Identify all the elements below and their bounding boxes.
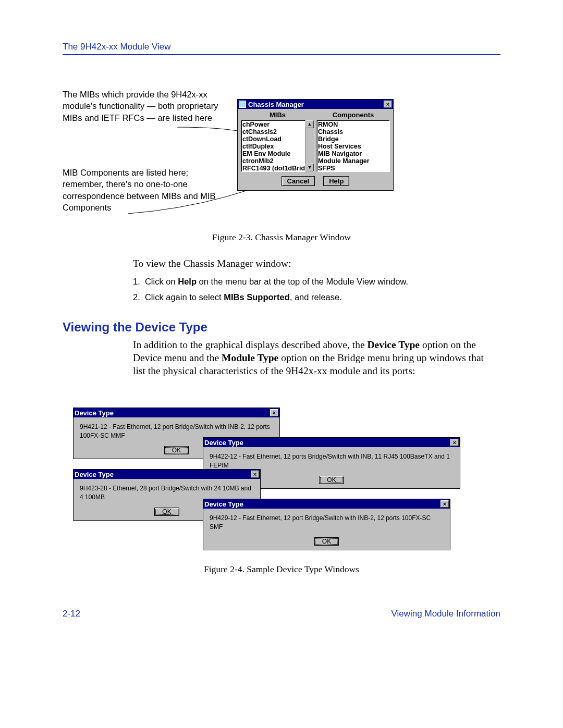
scroll-down-icon[interactable]: ▼: [305, 164, 314, 171]
figure-caption-2-4: Figure 2-4. Sample Device Type Windows: [63, 564, 500, 575]
list-item[interactable]: ctronMib2: [242, 157, 313, 165]
page-header: The 9H42x-xx Module View: [63, 42, 500, 55]
components-listbox[interactable]: RMON Chassis Bridge Host Services MIB Na…: [316, 120, 390, 172]
page-number: 2-12: [63, 609, 80, 619]
cancel-button[interactable]: Cancel: [282, 176, 315, 186]
close-icon[interactable]: ×: [440, 500, 449, 508]
ok-button[interactable]: OK: [319, 476, 344, 484]
mibs-listbox[interactable]: chPower ctChassis2 ctDownLoad ctIfDuplex…: [241, 120, 314, 172]
list-item[interactable]: ctDownLoad: [242, 135, 313, 143]
app-icon: [239, 101, 246, 108]
scroll-up-icon[interactable]: ▲: [305, 120, 314, 128]
list-item[interactable]: Host Services: [318, 143, 388, 150]
column-header-mibs: MIBs: [241, 110, 314, 120]
list-item[interactable]: SFPS: [318, 165, 388, 172]
step-text: , and release.: [290, 292, 342, 302]
step-text: Click again to select: [145, 292, 224, 302]
step-number: 2.: [133, 292, 140, 302]
list-item[interactable]: RMON: [318, 121, 388, 128]
text-bold: Device Type: [367, 339, 420, 350]
column-header-components: Components: [316, 110, 390, 120]
list-item[interactable]: Chassis: [318, 128, 388, 135]
text-run: In addition to the graphical displays de…: [133, 339, 367, 350]
device-type-text: 9H422-12 - Fast Ethernet, 12 ports Bridg…: [203, 447, 460, 471]
window-title: Device Type: [75, 409, 270, 417]
text-bold: Module Type: [222, 352, 278, 363]
step-1: 1. Click on Help on the menu bar at the …: [133, 275, 498, 288]
device-type-titlebar[interactable]: Device Type ×: [203, 438, 460, 447]
device-type-titlebar[interactable]: Device Type ×: [203, 499, 450, 509]
section-heading: Viewing the Device Type: [63, 320, 207, 335]
chassis-manager-window: Chassis Manager × MIBs chPower ctChassis…: [237, 99, 394, 191]
step-bold: Help: [178, 277, 197, 286]
ok-button[interactable]: OK: [154, 508, 179, 516]
window-title: Chassis Manager: [248, 101, 384, 108]
list-item[interactable]: Module Manager: [318, 157, 388, 165]
device-type-titlebar[interactable]: Device Type ×: [74, 408, 279, 417]
section-body: In addition to the graphical displays de…: [133, 339, 498, 378]
step-bold: MIBs Supported: [224, 292, 290, 302]
step-number: 1.: [133, 277, 140, 286]
step-text: Click on: [145, 277, 178, 286]
close-icon[interactable]: ×: [384, 101, 392, 108]
footer-section: Viewing Module Information: [391, 609, 500, 619]
chassis-manager-titlebar[interactable]: Chassis Manager ×: [238, 100, 393, 109]
close-icon[interactable]: ×: [251, 471, 259, 478]
callout-components: MIB Components are listed here; remember…: [63, 167, 219, 213]
callout-mibs: The MIBs which provide the 9H42x-xx modu…: [63, 89, 219, 124]
list-item[interactable]: MIB Navigator: [318, 150, 388, 157]
window-title: Device Type: [204, 439, 450, 447]
device-type-titlebar[interactable]: Device Type ×: [74, 470, 260, 479]
ok-button[interactable]: OK: [314, 537, 339, 546]
close-icon[interactable]: ×: [270, 409, 278, 416]
list-item[interactable]: EM Env Module: [242, 150, 313, 157]
intro-line: To view the Chassis Manager window:: [133, 258, 498, 269]
window-title: Device Type: [75, 471, 251, 478]
help-button[interactable]: Help: [323, 176, 349, 186]
list-item[interactable]: ctChassis2: [242, 128, 313, 135]
ok-button[interactable]: OK: [164, 446, 189, 454]
list-item[interactable]: chPower: [242, 121, 313, 128]
device-type-text: 9H429-12 - Fast Ethernet, 12 port Bridge…: [203, 509, 450, 532]
window-title: Device Type: [204, 500, 440, 508]
list-item[interactable]: Bridge: [318, 135, 388, 143]
list-item[interactable]: ctIfDuplex: [242, 143, 313, 150]
list-item[interactable]: RFC1493 (dot1dBridg: [242, 165, 313, 172]
step-2: 2. Click again to select MIBs Supported,…: [133, 291, 498, 304]
scrollbar[interactable]: ▲ ▼: [305, 120, 314, 171]
device-type-window-4: Device Type × 9H429-12 - Fast Ethernet, …: [203, 499, 450, 550]
step-text: on the menu bar at the top of the Module…: [197, 277, 408, 286]
close-icon[interactable]: ×: [450, 439, 459, 446]
figure-caption-2-3: Figure 2-3. Chassis Manager Window: [63, 232, 500, 243]
